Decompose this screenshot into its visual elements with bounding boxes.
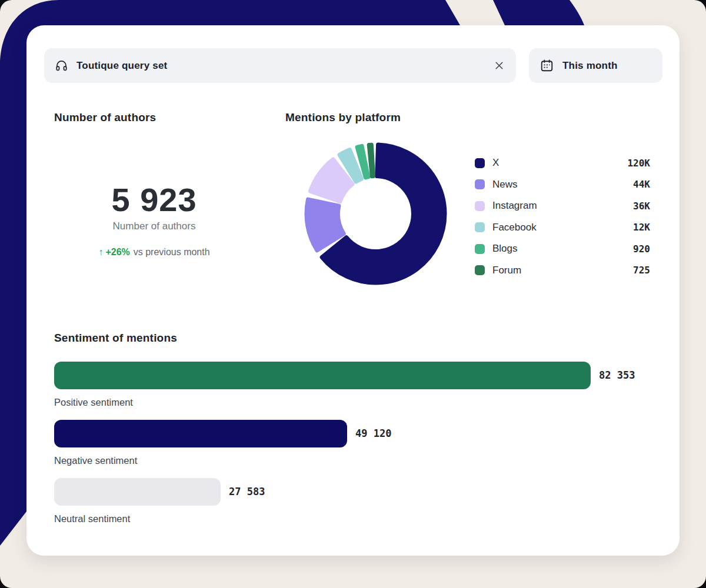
authors-caption: Number of authors	[54, 220, 254, 232]
sentiment-bar-group: 82 353Positive sentiment	[54, 362, 668, 416]
up-arrow-icon: ↑	[98, 247, 103, 257]
legend-label: Facebook	[492, 222, 633, 233]
bar-track: 49 120	[54, 420, 668, 447]
close-icon	[493, 59, 505, 72]
bar-value: 82 353	[599, 362, 635, 389]
authors-section-title: Number of authors	[54, 111, 156, 124]
query-input[interactable]: Toutique query set	[44, 48, 516, 83]
legend-swatch	[475, 201, 485, 211]
legend-swatch	[475, 158, 485, 168]
legend-value: 920	[633, 243, 650, 255]
legend-row-forum[interactable]: Forum725	[475, 263, 650, 278]
bar-track: 82 353	[54, 362, 668, 389]
period-label: This month	[562, 60, 618, 72]
bar-label: Negative sentiment	[54, 455, 137, 466]
sentiment-bar-group: 49 120Negative sentiment	[54, 420, 668, 474]
bar-positive-sentiment[interactable]	[54, 362, 591, 389]
platform-section-title: Mentions by platform	[285, 111, 401, 124]
clear-query-button[interactable]	[492, 59, 505, 72]
legend-row-news[interactable]: News44K	[475, 178, 650, 192]
legend-row-x[interactable]: X120K	[475, 156, 650, 170]
legend-value: 725	[633, 265, 650, 276]
legend-value: 44K	[633, 179, 650, 190]
legend-label: Instagram	[492, 200, 633, 212]
bar-label: Neutral sentiment	[54, 513, 130, 524]
bar-neutral-sentiment[interactable]	[54, 478, 221, 506]
legend-label: Forum	[492, 265, 633, 276]
legend-row-instagram[interactable]: Instagram36K	[475, 199, 650, 213]
bar-value: 49 120	[355, 420, 391, 447]
legend-value: 120K	[627, 158, 650, 169]
legend-label: News	[492, 179, 633, 191]
bar-negative-sentiment[interactable]	[54, 420, 347, 447]
calendar-icon	[540, 58, 554, 73]
legend-label: Blogs	[492, 243, 633, 255]
bar-label: Positive sentiment	[54, 397, 133, 408]
bar-value: 27 583	[229, 478, 265, 506]
query-text: Toutique query set	[76, 60, 492, 72]
legend-row-facebook[interactable]: Facebook12K	[475, 220, 650, 235]
platform-donut-chart	[304, 142, 447, 285]
delta-percent: +26%	[105, 247, 129, 257]
legend-swatch	[475, 179, 485, 189]
authors-count: 5 923	[54, 181, 254, 219]
legend-swatch	[475, 265, 485, 275]
sentiment-section-title: Sentiment of mentions	[54, 332, 177, 345]
authors-delta: ↑+26%vs previous month	[54, 247, 254, 258]
platform-legend: X120KNews44KInstagram36KFacebook12KBlogs…	[475, 156, 650, 278]
delta-suffix: vs previous month	[134, 247, 210, 257]
sentiment-bar-group: 27 583Neutral sentiment	[54, 478, 668, 532]
dashboard-card: Toutique query set This month Number of …	[26, 25, 680, 556]
legend-row-blogs[interactable]: Blogs920	[475, 242, 650, 256]
legend-value: 36K	[633, 201, 650, 212]
legend-swatch	[475, 244, 485, 254]
legend-value: 12K	[633, 222, 650, 233]
navy-shape-stripe	[493, 0, 584, 25]
legend-label: X	[492, 157, 627, 169]
bar-track: 27 583	[54, 478, 668, 506]
legend-swatch	[475, 222, 485, 232]
period-selector-button[interactable]: This month	[529, 48, 662, 83]
headphones-icon	[55, 59, 68, 72]
donut-segment-forum[interactable]	[369, 145, 373, 176]
